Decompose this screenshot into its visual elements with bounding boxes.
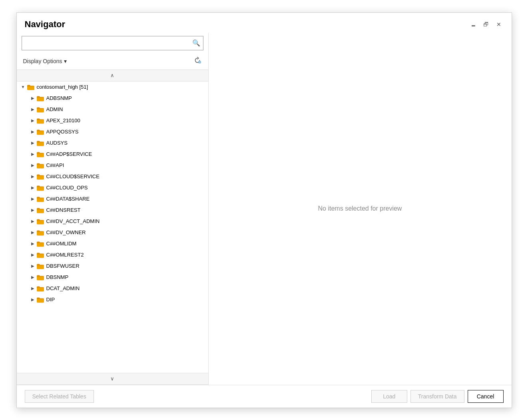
expand-arrow-icon: ▶ [30, 229, 36, 236]
expand-arrow-icon: ▶ [30, 173, 36, 180]
item-label: DCAT_ADMIN [46, 285, 80, 291]
expand-arrow-icon: ▶ [30, 218, 36, 225]
no-preview-text: No items selected for preview [318, 205, 402, 212]
item-label: APPQOSSYS [46, 129, 79, 135]
tree-item[interactable]: ▶ ADMIN [17, 104, 208, 115]
item-label: APEX_210100 [46, 117, 80, 123]
expand-arrow-icon: ▶ [30, 140, 36, 146]
minimize-button[interactable]: 🗕 [468, 20, 478, 29]
search-input[interactable] [22, 36, 189, 50]
bottom-bar: Select Related Tables Load Transform Dat… [17, 385, 512, 408]
expand-arrow-icon: ▶ [30, 106, 36, 113]
tree-item[interactable]: ▶ DCAT_ADMIN [17, 283, 208, 294]
tree-item[interactable]: ▶ ADBSNMP [17, 93, 208, 104]
expand-arrow-icon: ▶ [30, 241, 36, 247]
item-label: AUDSYS [46, 140, 68, 146]
toolbar-row: Display Options ▾ [17, 54, 208, 70]
expand-arrow-icon: ▶ [30, 274, 36, 281]
display-options-arrow-icon: ▾ [64, 58, 67, 64]
scroll-down-button[interactable]: ∨ [17, 373, 208, 385]
tree-item[interactable]: ▶ C##DATA$SHARE [17, 193, 208, 205]
item-label: C##OMLREST2 [46, 252, 84, 258]
item-label: C##DV_ACCT_ADMIN [46, 218, 100, 224]
tree-item[interactable]: ▶ C##CLOUD_OPS [17, 182, 208, 193]
item-label: DBSNMP [46, 274, 69, 280]
expand-arrow-icon: ▶ [30, 285, 36, 292]
tree-item[interactable]: ▶ DIP [17, 294, 208, 305]
item-label: ADBSNMP [46, 95, 72, 101]
search-icon: 🔍 [192, 39, 200, 47]
title-bar-controls: 🗕 🗗 ✕ [468, 20, 504, 29]
refresh-button[interactable] [191, 55, 203, 67]
item-label: C##DATA$SHARE [46, 196, 90, 202]
dialog-title: Navigator [25, 19, 65, 30]
title-bar: Navigator 🗕 🗗 ✕ [17, 13, 512, 33]
item-label: DBSFWUSER [46, 263, 80, 269]
tree-container: ∧ ▼ contosomart_high [51] ▶ [17, 70, 208, 385]
expand-arrow-icon: ▶ [30, 151, 36, 157]
item-label: C##CLOUD$SERVICE [46, 173, 100, 179]
tree-item[interactable]: ▶ C##DNSREST [17, 205, 208, 216]
tree-item[interactable]: ▶ AUDSYS [17, 137, 208, 149]
tree-item[interactable]: ▶ C##OMLIDM [17, 238, 208, 249]
expand-arrow-icon: ▶ [30, 129, 36, 135]
select-related-tables-button[interactable]: Select Related Tables [25, 390, 94, 403]
expand-arrow-icon: ▶ [30, 252, 36, 258]
item-label: DIP [46, 297, 55, 303]
item-label: C##ADP$SERVICE [46, 151, 92, 157]
expand-arrow-icon: ▶ [30, 207, 36, 213]
tree-item[interactable]: ▶ C##API [17, 160, 208, 171]
bottom-left-buttons: Select Related Tables [25, 390, 94, 403]
expand-arrow-icon: ▶ [30, 196, 36, 202]
dialog-body: 🔍 Display Options ▾ [17, 33, 512, 385]
expand-arrow-icon: ▶ [30, 95, 36, 102]
tree-item[interactable]: ▶ APEX_210100 [17, 115, 208, 126]
transform-data-button[interactable]: Transform Data [410, 390, 464, 403]
item-label: C##DV_OWNER [46, 229, 86, 235]
display-options-button[interactable]: Display Options ▾ [22, 57, 68, 65]
expand-arrow-icon: ▶ [30, 297, 36, 303]
root-expand-arrow: ▼ [20, 84, 26, 90]
tree-item[interactable]: ▶ DBSFWUSER [17, 261, 208, 272]
scroll-down-icon: ∨ [110, 376, 114, 382]
search-box: 🔍 [22, 36, 203, 50]
item-label: C##DNSREST [46, 207, 81, 213]
expand-arrow-icon: ▶ [30, 117, 36, 124]
display-options-label: Display Options [23, 58, 62, 64]
refresh-icon [194, 57, 201, 66]
close-button[interactable]: ✕ [494, 20, 504, 29]
expand-arrow-icon: ▶ [30, 162, 36, 169]
tree-item[interactable]: ▶ APPQOSSYS [17, 126, 208, 137]
scroll-up-icon: ∧ [110, 72, 114, 78]
item-label: ADMIN [46, 106, 63, 112]
navigator-dialog: Navigator 🗕 🗗 ✕ 🔍 Display Optio [16, 12, 512, 408]
tree-item[interactable]: ▶ DBSNMP [17, 272, 208, 283]
cancel-button[interactable]: Cancel [468, 390, 504, 403]
left-panel: 🔍 Display Options ▾ [17, 33, 209, 385]
tree-item[interactable]: ▶ C##CLOUD$SERVICE [17, 171, 208, 182]
tree-item[interactable]: ▶ C##DV_ACCT_ADMIN [17, 216, 208, 227]
expand-arrow-icon: ▶ [30, 185, 36, 191]
tree-root-item[interactable]: ▼ contosomart_high [51] [17, 82, 208, 93]
root-folder-icon [27, 84, 34, 90]
maximize-button[interactable]: 🗗 [481, 20, 491, 29]
expand-arrow-icon: ▶ [30, 263, 36, 269]
item-label: C##CLOUD_OPS [46, 185, 88, 191]
search-area: 🔍 [17, 33, 208, 54]
tree-item[interactable]: ▶ C##ADP$SERVICE [17, 149, 208, 160]
scroll-up-button[interactable]: ∧ [17, 70, 208, 82]
search-button[interactable]: 🔍 [189, 36, 203, 50]
root-item-label: contosomart_high [51] [37, 84, 88, 90]
tree-item[interactable]: ▶ C##OMLREST2 [17, 249, 208, 261]
load-button[interactable]: Load [371, 390, 407, 403]
tree-item[interactable]: ▶ C##DV_OWNER [17, 227, 208, 238]
item-label: C##API [46, 162, 64, 168]
right-panel: No items selected for preview [209, 33, 512, 385]
tree-children: ▶ ADBSNMP ▶ ADMIN ▶ APEX_210100 ▶ APPQOS… [17, 93, 208, 305]
item-label: C##OMLIDM [46, 241, 77, 247]
tree-list[interactable]: ▼ contosomart_high [51] ▶ ADBSNMP ▶ ADMI… [17, 82, 208, 373]
bottom-right-buttons: Load Transform Data Cancel [371, 390, 504, 403]
